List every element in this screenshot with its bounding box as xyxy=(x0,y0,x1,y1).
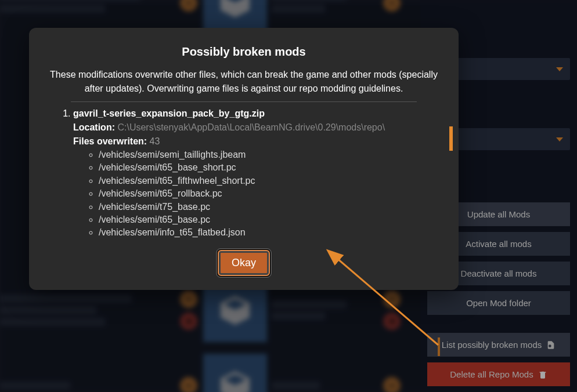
modal-title: Possibly broken mods xyxy=(48,45,440,59)
files-overwritten-count: 43 xyxy=(150,136,160,146)
file-path: /vehicles/semi/t65_fifthwheel_short.pc xyxy=(99,175,440,187)
files-overwritten-label: Files overwriten: xyxy=(73,136,147,146)
okay-button[interactable]: Okay xyxy=(218,250,270,276)
location-label: Location: xyxy=(73,122,115,132)
modal-description: These modifications overwrite other file… xyxy=(48,68,440,96)
broken-mod-item: gavril_t-series_expansion_pack_by_gtg.zi… xyxy=(73,107,440,239)
broken-mods-modal: Possibly broken mods These modifications… xyxy=(29,28,459,290)
mod-filename: gavril_t-series_expansion_pack_by_gtg.zi… xyxy=(73,108,265,118)
location-path: C:\Users\stenyak\AppData\Local\BeamNG.dr… xyxy=(117,122,385,132)
file-path: /vehicles/semi/t75_base.pc xyxy=(99,201,440,213)
divider xyxy=(71,101,417,102)
file-path: /vehicles/semi/t65_base.pc xyxy=(99,213,440,226)
broken-mods-list: gavril_t-series_expansion_pack_by_gtg.zi… xyxy=(48,107,440,239)
file-path: /vehicles/semi/t65_base_short.pc xyxy=(99,161,440,174)
file-path: /vehicles/semi/t65_rollback.pc xyxy=(99,187,440,200)
file-path: /vehicles/semi/semi_taillights.jbeam xyxy=(99,148,440,161)
overwritten-files-list: /vehicles/semi/semi_taillights.jbeam /ve… xyxy=(73,148,440,239)
file-path: /vehicles/semi/info_t65_flatbed.json xyxy=(99,226,440,239)
scrollbar-thumb[interactable] xyxy=(449,126,453,151)
